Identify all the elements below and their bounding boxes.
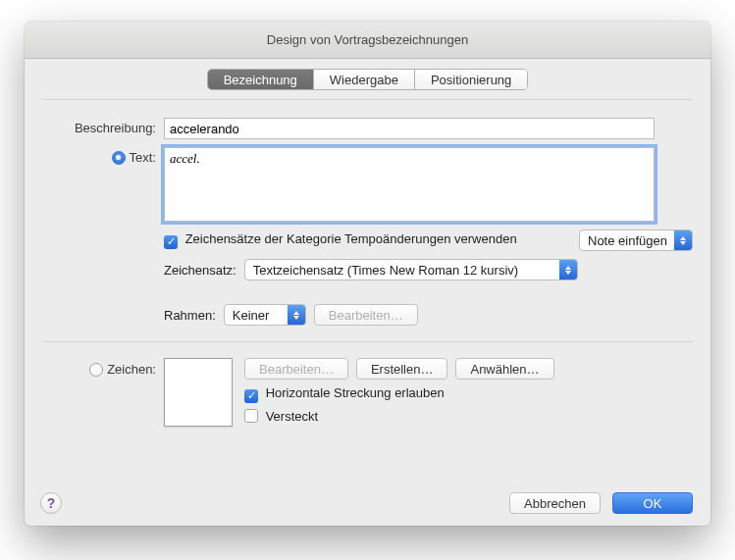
select-char-button[interactable]: Anwählen… [455,358,553,380]
popup-arrows-icon [674,230,692,250]
text-textarea[interactable]: accel. [164,147,655,222]
tab-bezeichnung[interactable]: Bezeichnung [208,70,314,89]
frame-value: Keiner [233,308,270,323]
char-label: Zeichen: [107,362,156,377]
window-title: Design von Vortragsbezeichnungen [25,22,710,59]
hidden-check[interactable]: Versteckt [244,409,554,424]
description-row: Beschreibung: [42,118,693,139]
cancel-button[interactable]: Abbrechen [509,492,601,514]
text-row: Text: accel. [42,147,693,222]
use-category-fonts-label: Zeichensätze der Kategorie Tempoänderung… [185,231,517,246]
separator [42,341,693,342]
checkbox-checked-icon: ✓ [244,389,258,403]
description-input[interactable] [164,118,655,139]
footer-buttons: Abbrechen OK [509,492,693,514]
text-label: Text: [130,150,156,165]
tab-panel: Beschreibung: Text: accel. ✓ Zeichensätz… [42,99,693,526]
frame-label: Rahmen: [164,308,216,323]
tab-bar: Bezeichnung Wiedergabe Positionierung [25,59,710,90]
create-char-button[interactable]: Erstellen… [356,358,448,380]
text-radio[interactable] [112,151,126,165]
edit-frame-button[interactable]: Bearbeiten… [314,304,418,326]
char-row: Zeichen: Bearbeiten… Erstellen… Anwählen… [42,358,693,427]
insert-note-popup[interactable]: Note einfügen [579,229,693,251]
popup-arrows-icon [288,305,305,325]
char-preview [164,358,233,427]
hidden-label: Versteckt [266,409,318,424]
tab-positionierung[interactable]: Positionierung [415,70,527,89]
tab-wiedergabe[interactable]: Wiedergabe [314,70,415,89]
use-category-fonts-check[interactable]: ✓ Zeichensätze der Kategorie Tempoänderu… [164,231,569,249]
fontset-row: Zeichensatz: Textzeichensatz (Times New … [164,259,693,280]
fontset-options-row: ✓ Zeichensätze der Kategorie Tempoänderu… [164,229,693,251]
frame-row: Rahmen: Keiner Bearbeiten… [164,304,693,326]
checkbox-unchecked-icon [244,409,258,423]
fontset-value: Textzeichensatz (Times New Roman 12 kurs… [253,263,518,278]
char-radio[interactable] [89,363,103,377]
checkbox-checked-icon: ✓ [164,235,178,249]
fontset-popup[interactable]: Textzeichensatz (Times New Roman 12 kurs… [244,259,578,280]
edit-char-button[interactable]: Bearbeiten… [244,358,348,380]
description-label: Beschreibung: [42,118,164,135]
help-button[interactable]: ? [40,492,62,514]
text-radio-label[interactable]: Text: [42,147,164,165]
dialog-window: Design von Vortragsbezeichnungen Bezeich… [25,22,710,526]
popup-arrows-icon [559,260,577,280]
horiz-stretch-check[interactable]: ✓ Horizontale Streckung erlauben [244,385,554,403]
fontset-label: Zeichensatz: [164,263,236,278]
ok-button[interactable]: OK [612,492,693,514]
frame-popup[interactable]: Keiner [224,304,306,326]
horiz-stretch-label: Horizontale Streckung erlauben [266,385,445,400]
char-radio-label[interactable]: Zeichen: [42,358,164,377]
segmented-control: Bezeichnung Wiedergabe Positionierung [207,69,529,90]
insert-note-label: Note einfügen [588,233,667,248]
